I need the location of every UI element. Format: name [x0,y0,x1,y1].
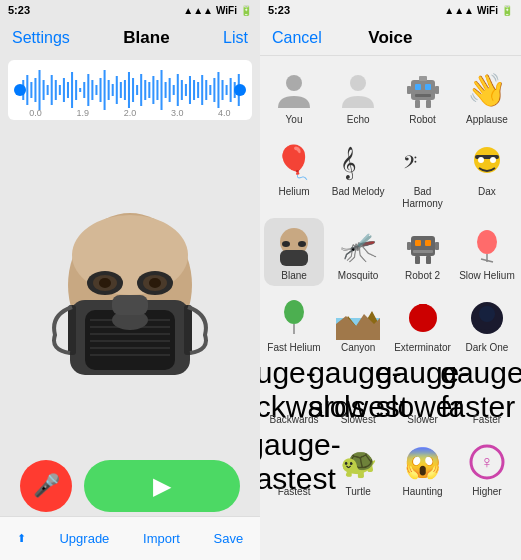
voice-label-echo: Echo [347,114,370,126]
svg-rect-32 [148,82,150,98]
voice-item-faster[interactable]: gauge-fasterFaster [457,362,517,430]
import-toolbar-item[interactable]: Import [143,531,180,546]
voice-icon-dax [465,140,509,184]
settings-back-button[interactable]: Settings [12,29,70,47]
svg-rect-10 [59,85,61,95]
voice-item-echo[interactable]: Echo [328,62,388,130]
svg-point-94 [282,241,290,247]
svg-rect-99 [407,242,411,250]
svg-rect-4 [34,78,36,102]
play-button[interactable]: ▶ [84,460,240,512]
share-toolbar-item[interactable]: ⬆ [17,532,26,545]
left-status-bar: 5:23 ▲▲▲ WiFi 🔋 [0,0,260,20]
voice-item-fastest[interactable]: gauge-fastestFastest [264,434,324,502]
voice-item-haunting[interactable]: 😱Haunting [392,434,453,502]
voice-item-bad-melody[interactable]: 𝄞Bad Melody [328,134,388,214]
voice-label-higher: Higher [472,486,501,498]
voice-label-canyon: Canyon [341,342,375,354]
right-title: Voice [368,28,412,48]
upgrade-toolbar-item[interactable]: Upgrade [59,531,109,546]
svg-rect-39 [177,74,179,106]
voice-icon-higher: ♀ [465,440,509,484]
svg-rect-23 [112,84,114,96]
voice-icon-exterminator [401,296,445,340]
svg-rect-12 [67,82,69,98]
svg-rect-79 [425,84,431,90]
list-button[interactable]: List [223,29,248,47]
save-toolbar-item[interactable]: Save [214,531,244,546]
voice-item-higher[interactable]: ♀Higher [457,434,517,502]
voice-item-dax[interactable]: Dax [457,134,517,214]
voice-label-you: You [286,114,303,126]
svg-rect-5 [39,70,41,110]
svg-rect-15 [79,88,81,92]
svg-rect-27 [128,72,130,108]
svg-rect-13 [71,72,73,108]
svg-rect-45 [201,75,203,105]
voice-item-robot[interactable]: Robot [392,62,453,130]
voice-label-applause: Applause [466,114,508,126]
waveform-labels: 0.0 1.9 2.0 3.0 4.0 [8,108,252,118]
voice-icon-fast-helium [272,296,316,340]
svg-rect-17 [87,74,89,106]
play-icon: ▶ [153,472,171,500]
voice-item-robot2[interactable]: Robot 2 [392,218,453,286]
right-panel: 5:23 ▲▲▲ WiFi 🔋 Cancel Voice YouEchoRobo… [260,0,521,560]
svg-rect-33 [152,76,154,104]
waveform-end-handle[interactable] [234,84,246,96]
svg-text:♀: ♀ [480,452,494,472]
svg-rect-29 [136,85,138,95]
voice-item-slow-helium[interactable]: Slow Helium [457,218,517,286]
svg-rect-8 [51,75,53,105]
upgrade-label: Upgrade [59,531,109,546]
svg-point-90 [478,157,484,163]
cancel-button[interactable]: Cancel [272,29,322,47]
voice-item-you[interactable]: You [264,62,324,130]
voice-item-blane[interactable]: Blane [264,218,324,286]
svg-point-104 [477,230,497,254]
record-button[interactable]: 🎤 [20,460,72,512]
voice-item-fast-helium[interactable]: Fast Helium [264,290,324,358]
voice-icon-haunting: 😱 [401,440,445,484]
svg-rect-40 [181,80,183,100]
voice-label-slow-helium: Slow Helium [459,270,515,282]
voice-item-canyon[interactable]: Canyon [328,290,388,358]
voice-icon-mosquito: 🦟 [336,224,380,268]
left-panel: 5:23 ▲▲▲ WiFi 🔋 Settings Blane List [0,0,260,560]
voice-label-faster: Faster [473,414,501,426]
voice-label-slower: Slower [407,414,438,426]
voice-item-exterminator[interactable]: Exterminator [392,290,453,358]
left-title: Blane [123,28,169,48]
voice-icon-slow-helium [465,224,509,268]
voice-label-dark-one: Dark One [466,342,509,354]
voice-grid: YouEchoRobot👋Applause🎈Helium𝄞Bad Melody𝄢… [260,56,521,560]
svg-point-61 [99,278,111,288]
controls-row: 🎤 ▶ [0,456,260,516]
voice-label-bad-melody: Bad Melody [332,186,385,198]
voice-item-dark-one[interactable]: Dark One [457,290,517,358]
import-label: Import [143,531,180,546]
waveform-start-handle[interactable] [14,84,26,96]
svg-rect-28 [132,78,134,102]
voice-item-mosquito[interactable]: 🦟Mosquito [328,218,388,286]
voice-label-fastest: Fastest [278,486,311,498]
svg-rect-21 [104,70,106,110]
left-status-icons: ▲▲▲ WiFi 🔋 [183,5,252,16]
svg-rect-103 [426,256,431,264]
voice-item-helium[interactable]: 🎈Helium [264,134,324,214]
voice-label-slowest: Slowest [341,414,376,426]
share-icon: ⬆ [17,532,26,545]
svg-rect-98 [425,240,431,246]
svg-rect-42 [189,76,191,104]
voice-item-turtle[interactable]: 🐢Turtle [328,434,388,502]
svg-rect-82 [407,86,411,94]
voice-item-bad-harmony[interactable]: 𝄢Bad Harmony [392,134,453,214]
voice-item-applause[interactable]: 👋Applause [457,62,517,130]
voice-label-blane: Blane [281,270,307,282]
waveform-area[interactable]: 0.0 1.9 2.0 3.0 4.0 [8,60,252,120]
svg-point-95 [298,241,306,247]
right-wifi-icon: WiFi [477,5,498,16]
svg-rect-52 [230,78,232,102]
svg-rect-43 [193,80,195,100]
svg-rect-26 [124,80,126,100]
